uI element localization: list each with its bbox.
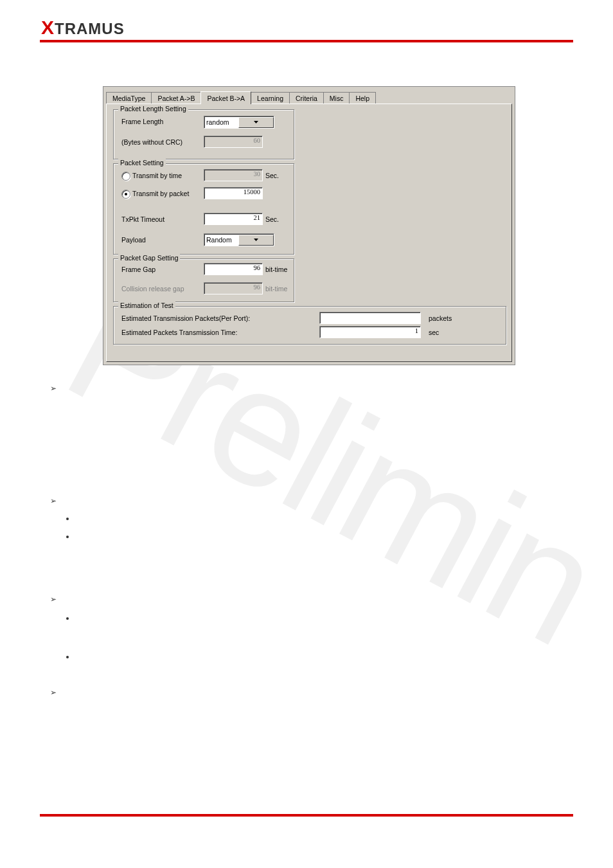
- tab-packet-a-b[interactable]: Packet A->B: [151, 92, 201, 104]
- tab-help[interactable]: Help: [349, 92, 376, 104]
- logo-x: X: [41, 17, 55, 38]
- group-packet-gap: Packet Gap Setting Frame Gap 96 bit-time…: [113, 258, 294, 302]
- footer-divider: [40, 814, 573, 817]
- tab-criteria[interactable]: Criteria: [289, 92, 324, 104]
- packets-unit: packets: [429, 314, 452, 322]
- est-time-label: Estimated Packets Transmission Time:: [121, 329, 237, 336]
- arrow-bullet-icon: ➢: [50, 384, 57, 393]
- bit-time-unit: bit-time: [265, 266, 287, 273]
- radio-transmit-by-packet[interactable]: [121, 190, 130, 199]
- bit-time-unit: bit-time: [265, 285, 287, 293]
- payload-combo[interactable]: Random: [204, 233, 274, 246]
- frame-length-label: Frame Length: [121, 118, 163, 125]
- tab-misc[interactable]: Misc: [323, 92, 350, 104]
- frame-gap-input[interactable]: 96: [204, 263, 263, 275]
- bytes-label: (Bytes without CRC): [121, 138, 182, 146]
- sec-unit: Sec.: [265, 172, 279, 179]
- chevron-down-icon: [238, 117, 274, 128]
- transmit-by-packet-label: Transmit by packet: [132, 190, 189, 197]
- timeout-input[interactable]: 21: [204, 213, 263, 225]
- group-packet-length: Packet Length Setting Frame Length rando…: [113, 109, 294, 159]
- frame-length-value: random: [204, 118, 238, 126]
- sec-unit: Sec.: [265, 215, 279, 223]
- group-packet-setting: Packet Setting Transmit by time 30 Sec. …: [113, 163, 294, 255]
- group-title: Estimation of Test: [118, 302, 175, 309]
- dot-bullet-icon: [66, 536, 69, 538]
- tab-pane: Packet Length Setting Frame Length rando…: [106, 104, 512, 362]
- header-divider: [40, 40, 573, 42]
- dot-bullet-icon: [66, 617, 69, 620]
- est-time-value: 1: [319, 326, 421, 338]
- radio-transmit-by-time[interactable]: [121, 172, 130, 181]
- tab-bar: MediaType Packet A->B Packet B->A Learni…: [106, 89, 375, 104]
- chevron-down-icon: [238, 235, 274, 246]
- tab-packet-b-a[interactable]: Packet B->A: [200, 91, 251, 104]
- transmit-by-time-label: Transmit by time: [132, 172, 182, 179]
- est-packets-value: [319, 312, 421, 324]
- payload-label: Payload: [121, 236, 146, 244]
- arrow-bullet-icon: ➢: [50, 496, 57, 505]
- dot-bullet-icon: [66, 656, 69, 658]
- logo: XTRAMUS: [41, 17, 125, 39]
- transmit-by-packet-input[interactable]: 15000: [204, 187, 263, 199]
- collision-input: 96: [204, 282, 263, 294]
- transmit-by-time-input: 30: [204, 169, 263, 181]
- timeout-label: TxPkt Timeout: [121, 215, 164, 223]
- frame-gap-label: Frame Gap: [121, 266, 155, 273]
- logo-rest: TRAMUS: [55, 20, 125, 37]
- group-title: Packet Length Setting: [118, 105, 188, 113]
- group-title: Packet Setting: [118, 159, 166, 167]
- payload-value: Random: [204, 236, 238, 244]
- dialog-window: MediaType Packet A->B Packet B->A Learni…: [103, 86, 515, 365]
- arrow-bullet-icon: ➢: [50, 595, 57, 604]
- collision-label: Collision release gap: [121, 285, 184, 293]
- tab-mediatype[interactable]: MediaType: [106, 92, 152, 104]
- est-packets-label: Estimated Transmission Packets(Per Port)…: [121, 314, 250, 322]
- tab-learning[interactable]: Learning: [251, 92, 290, 104]
- dot-bullet-icon: [66, 518, 69, 520]
- group-title: Packet Gap Setting: [118, 254, 180, 262]
- group-estimation: Estimation of Test Estimated Transmissio…: [113, 306, 506, 345]
- arrow-bullet-icon: ➢: [50, 688, 57, 697]
- frame-length-combo[interactable]: random: [204, 116, 274, 129]
- bytes-input: 60: [204, 136, 263, 148]
- sec-unit: sec: [429, 329, 439, 336]
